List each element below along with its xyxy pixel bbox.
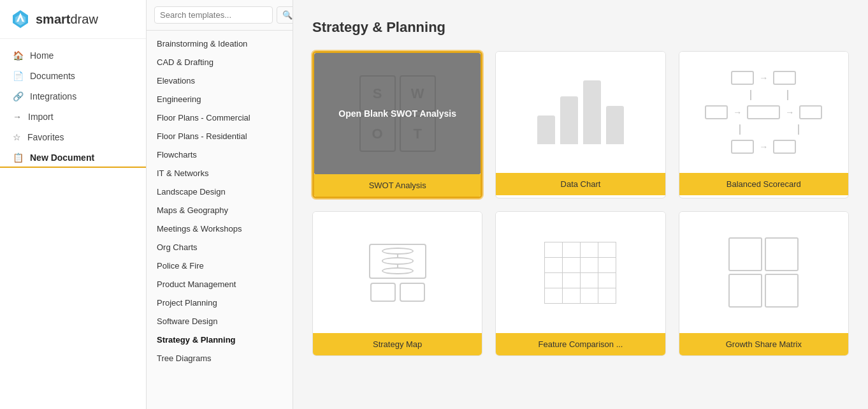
category-software-design[interactable]: Software Design: [147, 312, 293, 331]
import-icon: →: [13, 112, 22, 122]
nav-documents[interactable]: 📄 Documents: [0, 66, 146, 86]
gs-cell-2: [765, 237, 799, 271]
bsc-box-5: [799, 105, 822, 119]
bsc-arrow-2: →: [733, 107, 742, 117]
sm-box-1: [370, 283, 396, 302]
logo-area: smartdraw: [0, 0, 146, 39]
template-card-balanced-scorecard[interactable]: → → →: [679, 51, 849, 198]
sm-oval-2: [382, 257, 414, 264]
search-input[interactable]: [154, 6, 273, 24]
category-landscape[interactable]: Landscape Design: [147, 182, 293, 201]
bsc-connectors-2: [728, 124, 799, 135]
category-it-networks[interactable]: IT & Networks: [147, 164, 293, 182]
nav-import-label: Import: [28, 112, 54, 122]
bsc-line-3: [739, 124, 741, 135]
fc-row-3: [545, 272, 616, 288]
template-card-feature-comparison[interactable]: Feature Comparison ...: [495, 211, 665, 356]
bar-3: [583, 80, 601, 144]
bsc-connectors: [739, 90, 788, 100]
gs-cell-3: [728, 274, 762, 308]
fc-cell: [563, 272, 581, 288]
template-label-feature-comparison: Feature Comparison ...: [496, 333, 665, 355]
smartdraw-logo-icon: [10, 9, 31, 29]
template-label-strategy-map: Strategy Map: [313, 333, 482, 355]
logo-text: smartdraw: [36, 12, 98, 27]
fc-cell: [598, 272, 616, 288]
category-meetings[interactable]: Meetings & Workshops: [147, 219, 293, 238]
template-card-strategy-map[interactable]: Strategy Map: [312, 211, 482, 356]
nav-integrations-label: Integrations: [30, 91, 76, 101]
nav-new-document[interactable]: 📋 New Document: [0, 147, 146, 168]
nav-favorites[interactable]: ☆ Favorites: [0, 127, 146, 147]
category-police-fire[interactable]: Police & Fire: [147, 257, 293, 275]
bsc-row-top: →: [731, 71, 796, 85]
category-floor-plans-residential[interactable]: Floor Plans - Residential: [147, 127, 293, 145]
fc-cell: [563, 257, 581, 272]
fc-cell: [581, 272, 598, 288]
nav-integrations[interactable]: 🔗 Integrations: [0, 86, 146, 107]
swot-overlay: Open Blank SWOT Analysis: [314, 53, 481, 174]
category-cad[interactable]: CAD & Drafting: [147, 53, 293, 71]
fc-cell: [581, 257, 598, 272]
fc-table-icon: [544, 242, 616, 304]
card-preview-swot: S W O T Open Blank SWOT Analysis: [314, 53, 481, 174]
template-label-data-chart: Data Chart: [496, 173, 665, 195]
category-org-charts[interactable]: Org Charts: [147, 238, 293, 257]
bsc-box-3: [705, 105, 728, 119]
category-product-management[interactable]: Product Management: [147, 275, 293, 294]
sm-oval-1: [382, 248, 414, 255]
category-maps[interactable]: Maps & Geography: [147, 201, 293, 219]
template-card-data-chart[interactable]: Data Chart: [495, 51, 665, 198]
fc-cell: [598, 242, 616, 257]
bsc-row-bottom: →: [731, 140, 796, 154]
fc-row-1: [545, 242, 616, 257]
chart-bars-icon: [537, 80, 624, 144]
fc-cell: [598, 257, 616, 272]
bsc-arrow-1: →: [759, 73, 768, 83]
sm-bottom-row: [370, 283, 425, 302]
category-elevations[interactable]: Elevations: [147, 71, 293, 90]
bsc-arrow-3: →: [785, 107, 794, 117]
bsc-diagram-icon: → → →: [722, 71, 805, 154]
bsc-line-4: [798, 124, 799, 135]
template-label-swot: SWOT Analysis: [314, 174, 481, 197]
sm-box-2: [400, 283, 425, 302]
nav-import[interactable]: → Import: [0, 107, 146, 127]
bsc-arrow-4: →: [759, 142, 768, 152]
nav-home[interactable]: 🏠 Home: [0, 45, 146, 66]
template-label-balanced-scorecard: Balanced Scorecard: [679, 173, 848, 195]
template-card-swot[interactable]: S W O T Open Blank SWOT Analysis SWOT An…: [312, 51, 482, 198]
card-preview-feature-comparison: [496, 212, 665, 333]
category-project-planning[interactable]: Project Planning: [147, 294, 293, 312]
category-floor-plans-commercial[interactable]: Floor Plans - Commercial: [147, 108, 293, 127]
category-flowcharts[interactable]: Flowcharts: [147, 145, 293, 164]
fc-cell: [581, 242, 598, 257]
new-document-icon: 📋: [13, 152, 24, 163]
card-preview-growth-share-matrix: [679, 212, 848, 333]
fc-cell: [545, 288, 563, 303]
bsc-box-1: [731, 71, 754, 85]
category-strategy[interactable]: Strategy & Planning: [147, 331, 293, 349]
fc-cell: [563, 242, 581, 257]
fc-cell: [545, 272, 563, 288]
main-content: Strategy & Planning S W O T Open Blank S…: [293, 0, 868, 409]
gs-cell-1: [728, 237, 762, 271]
search-button[interactable]: 🔍: [277, 6, 293, 24]
category-brainstorming[interactable]: Brainstorming & Ideation: [147, 34, 293, 53]
home-icon: 🏠: [13, 50, 24, 61]
card-preview-balanced-scorecard: → → →: [679, 52, 848, 173]
bsc-box-6: [731, 140, 754, 154]
template-label-growth-share-matrix: Growth Share Matrix: [679, 333, 848, 355]
category-tree-diagrams[interactable]: Tree Diagrams: [147, 349, 293, 368]
fc-row-2: [545, 257, 616, 272]
gs-cell-4: [765, 274, 799, 308]
sm-oval-3: [382, 267, 414, 274]
bsc-row-middle: → →: [705, 105, 822, 119]
mid-panel: 🔍 Brainstorming & Ideation CAD & Draftin…: [147, 0, 293, 409]
fc-cell: [545, 257, 563, 272]
favorites-icon: ☆: [13, 132, 21, 142]
category-engineering[interactable]: Engineering: [147, 90, 293, 108]
documents-icon: 📄: [13, 71, 24, 81]
template-card-growth-share-matrix[interactable]: Growth Share Matrix: [679, 211, 849, 356]
bsc-box-7: [773, 140, 796, 154]
